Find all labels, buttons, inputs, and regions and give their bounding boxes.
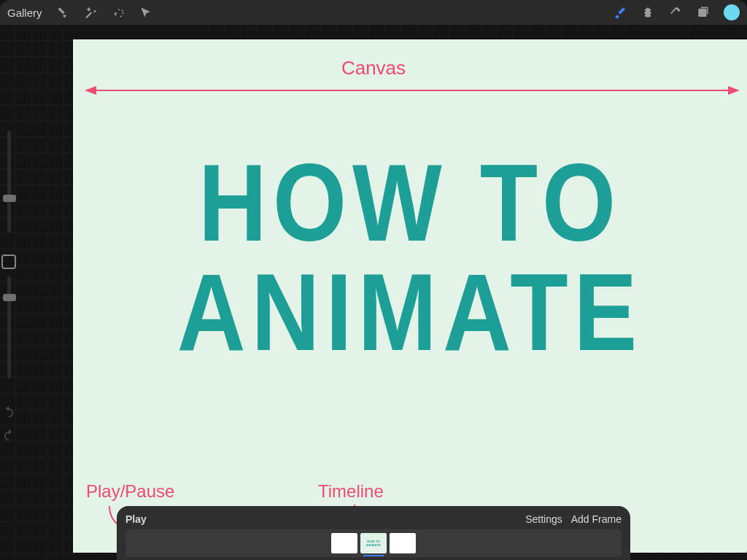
move-icon[interactable] [139,5,153,20]
left-sidebar [0,131,18,444]
timeline-track[interactable]: HOW TO ANIMATE [125,529,622,557]
frame-thumb-line-2: ANIMATE [366,543,381,547]
slider-thumb[interactable] [3,294,16,301]
annotation-timeline-label: Timeline [318,481,384,502]
undo-icon[interactable] [2,405,15,421]
timeline-frame[interactable] [390,533,416,553]
add-frame-button[interactable]: Add Frame [571,513,622,525]
color-swatch-button[interactable] [724,4,740,20]
top-toolbar: Gallery [0,0,747,25]
timeline-frame[interactable] [331,533,357,553]
brush-size-slider[interactable] [7,131,11,233]
smudge-icon[interactable] [640,5,655,20]
canvas[interactable]: HOW TO ANIMATE [73,39,747,553]
slider-thumb[interactable] [3,195,16,202]
canvas-text-line-2: ANIMATE [73,249,747,375]
eraser-icon[interactable] [668,5,683,20]
timeline-frame-active[interactable]: HOW TO ANIMATE [360,533,387,553]
wand-icon[interactable] [83,5,98,20]
layers-icon[interactable] [696,5,711,20]
canvas-text-line-1: HOW TO [73,141,747,266]
animation-timeline-panel: Play Settings Add Frame HOW TO ANIMATE [117,506,630,560]
annotation-play-label: Play/Pause [86,481,174,502]
selection-icon[interactable] [111,5,125,20]
opacity-slider[interactable] [7,276,11,378]
annotation-canvas-label: Canvas [341,57,406,79]
play-button[interactable]: Play [125,513,147,525]
brush-icon[interactable] [613,5,627,20]
modify-button[interactable] [1,254,16,269]
gallery-button[interactable]: Gallery [7,7,42,19]
workspace: HOW TO ANIMATE Canvas Timeline Play/Paus… [0,25,747,560]
canvas-artwork: HOW TO ANIMATE [73,149,747,367]
redo-icon[interactable] [2,428,15,444]
timeline-settings-button[interactable]: Settings [525,513,562,525]
wrench-icon[interactable] [55,5,70,20]
